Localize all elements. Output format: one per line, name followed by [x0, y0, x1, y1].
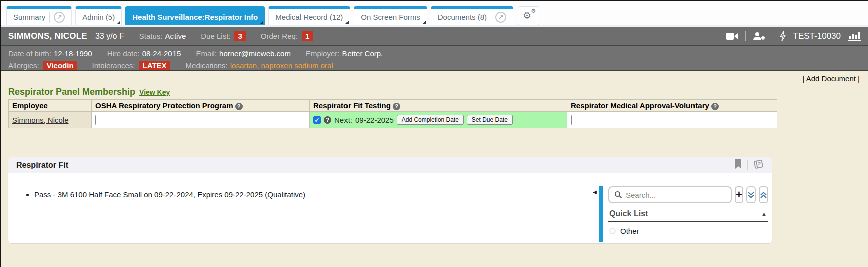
expand-all-button[interactable] [746, 186, 756, 203]
card-header: Respirator Fit [8, 157, 772, 173]
tab-documents[interactable]: Documents (8) ↗ [431, 6, 513, 25]
tab-health-surveillance-respirator-info[interactable]: Health Surveillance:Respirator Info [125, 6, 265, 25]
add-document-link[interactable]: Add Document [806, 74, 856, 83]
gear-icon: ⚙ [531, 8, 536, 14]
osha-program-cell [92, 112, 310, 128]
app-window: Summary ↗ Admin (5) Health Surveillance:… [0, 0, 868, 267]
card-title: Respirator Fit [16, 161, 68, 170]
chart-tab-bar: Summary ↗ Admin (5) Health Surveillance:… [1, 1, 868, 27]
medical-approval-cell [567, 112, 777, 128]
status-value: Active [165, 32, 186, 40]
pipe-divider: | [802, 74, 804, 83]
patient-age-sex: 33 y/o F [95, 32, 124, 41]
list-divider [26, 207, 590, 207]
column-label: Respirator Medical Approval-Voluntary [571, 101, 709, 110]
pipe-divider: | [858, 74, 860, 83]
main-content: | Add Document | Respirator Panel Member… [1, 71, 868, 267]
patient-name: SIMMONS, NICOLE [8, 31, 87, 41]
tab-label: Summary [13, 13, 45, 21]
view-key-link[interactable]: View Key [139, 88, 170, 96]
gear-icon: ⚙ [523, 10, 531, 21]
tab-admin[interactable]: Admin (5) [75, 6, 122, 25]
table-row: Simmons, Nicole ✓ ? Next: 09-22-2025 Add… [9, 112, 777, 128]
column-label: Employee [12, 101, 48, 110]
card-header-divider [747, 160, 748, 170]
help-icon[interactable]: ? [711, 103, 719, 110]
allergy-badge[interactable]: Vicodin [43, 61, 77, 70]
medications-value: losartan, naproxen sodium oral [230, 61, 333, 70]
sidebar-accent-bar [599, 186, 603, 242]
quick-list-item-divider [608, 240, 768, 240]
search-input[interactable] [626, 191, 726, 199]
popout-icon[interactable]: ↗ [54, 12, 65, 23]
employee-cell: Simmons, Nicole [9, 112, 92, 128]
patient-id: TEST-10030 [793, 31, 841, 41]
heading-rule [176, 92, 861, 92]
add-person-icon[interactable] [753, 32, 765, 41]
patient-demographics-bar: Date of birth: 12-18-1990 Hire date: 08-… [1, 46, 868, 71]
patient-header-bar: SIMMONS, NICOLE 33 y/o F Status: Active … [1, 27, 868, 46]
hire-date-label: Hire date: [107, 49, 140, 58]
caret-up-icon: ▲ [761, 211, 767, 217]
tab-summary[interactable]: Summary ↗ [6, 6, 72, 25]
column-header-medical-approval: Respirator Medical Approval-Voluntary ? [567, 100, 777, 112]
add-item-button[interactable]: + [735, 186, 743, 203]
respirator-panel-table: Employee OSHA Respiratory Protection Pro… [8, 99, 777, 128]
osha-program-checkbox[interactable] [95, 115, 96, 125]
due-list-count-badge[interactable]: 3 [234, 31, 245, 41]
respirator-fit-card: Respirator Fit Pass - 3M 6100 Half Face … [8, 157, 772, 243]
bookmark-icon[interactable] [734, 159, 742, 171]
quick-list-header[interactable]: Quick List ▲ [608, 209, 768, 218]
order-req-label: Order Req: [261, 32, 298, 40]
quick-list-item-other[interactable]: Other [608, 222, 768, 240]
help-icon[interactable]: ? [235, 103, 243, 110]
set-due-date-button[interactable]: Set Due Date [467, 115, 513, 125]
double-chevron-up-icon [760, 191, 767, 199]
order-req-count-badge[interactable]: 1 [302, 31, 313, 41]
search-row: + [608, 186, 768, 203]
tab-label: On Screen Forms [361, 13, 420, 21]
dob-label: Date of birth: [8, 49, 51, 58]
medical-approval-checkbox[interactable] [571, 115, 572, 125]
tab-divider [491, 12, 491, 23]
toolbar-divider [745, 31, 746, 41]
fit-next-label: Next: [334, 116, 352, 124]
quick-list-sidebar: + Quick List ▲ [603, 173, 772, 243]
table-header-row: Employee OSHA Respiratory Protection Pro… [9, 100, 777, 112]
toolbar-divider [772, 31, 772, 41]
employee-link[interactable]: Simmons, Nicole [12, 116, 69, 124]
column-header-fit-testing: Respirator Fit Testing ? [310, 100, 567, 112]
employer-value: Better Corp. [342, 49, 383, 58]
help-icon[interactable]: ? [324, 116, 331, 124]
sidebar-collapse-arrow-icon[interactable]: ◀ [590, 173, 599, 243]
lightning-bolt-icon[interactable] [779, 31, 786, 41]
help-icon[interactable]: ? [393, 103, 400, 110]
column-label: OSHA Respiratory Protection Program [95, 101, 233, 110]
settings-gears-button[interactable]: ⚙ ⚙ [518, 6, 539, 25]
plus-icon: + [736, 190, 742, 200]
collapse-all-button[interactable] [759, 186, 768, 203]
quick-list-item-label: Other [620, 227, 639, 235]
tab-on-screen-forms[interactable]: On Screen Forms [354, 6, 427, 25]
patient-toolbar: TEST-10030 [726, 31, 861, 41]
video-camera-icon[interactable] [726, 32, 738, 40]
fit-result-item: Pass - 3M 6100 Half Face Small on 09-22-… [34, 190, 590, 199]
intolerance-badge[interactable]: LATEX [139, 61, 170, 70]
add-document-row: | Add Document | [1, 74, 868, 85]
tab-medical-record[interactable]: Medical Record (12) [268, 6, 350, 25]
bar-chart-icon[interactable] [848, 31, 861, 41]
hire-date-value: 08-24-2015 [142, 49, 181, 58]
quick-list-title: Quick List [609, 209, 648, 218]
panel-heading-row: Respirator Panel Membership View Key [1, 85, 868, 99]
journal-book-icon[interactable] [753, 159, 764, 171]
tab-label: Medical Record (12) [275, 13, 343, 21]
fit-testing-checkbox[interactable]: ✓ [313, 116, 321, 124]
tab-label: Admin (5) [82, 13, 115, 21]
email-label: Email: [196, 49, 217, 58]
fit-testing-cell: ✓ ? Next: 09-22-2025 Add Completion Date… [310, 112, 567, 128]
search-box [608, 186, 732, 203]
popout-icon[interactable]: ↗ [495, 12, 506, 23]
add-completion-date-button[interactable]: Add Completion Date [397, 115, 464, 125]
radio-circle-icon [609, 228, 616, 234]
column-header-osha-program: OSHA Respiratory Protection Program ? [92, 100, 310, 112]
